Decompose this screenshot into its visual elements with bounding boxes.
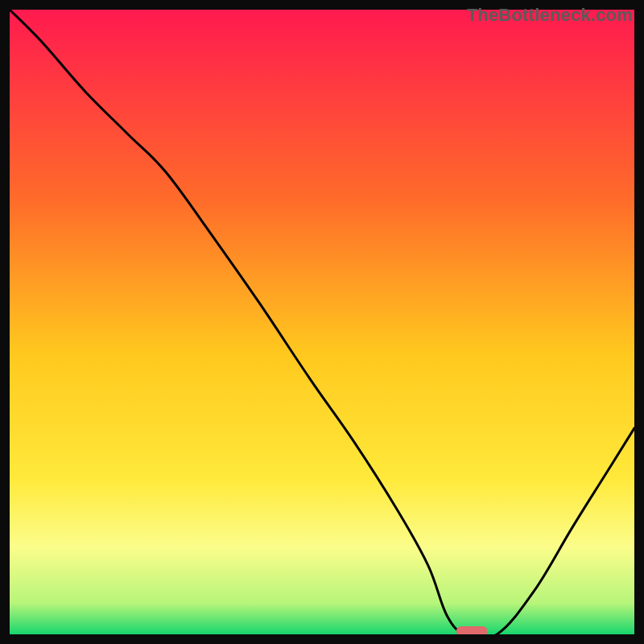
watermark-text: TheBottleneck.com (467, 5, 633, 26)
chart-container: TheBottleneck.com (0, 0, 644, 644)
chart-background (10, 10, 634, 634)
bottleneck-chart (0, 0, 644, 644)
